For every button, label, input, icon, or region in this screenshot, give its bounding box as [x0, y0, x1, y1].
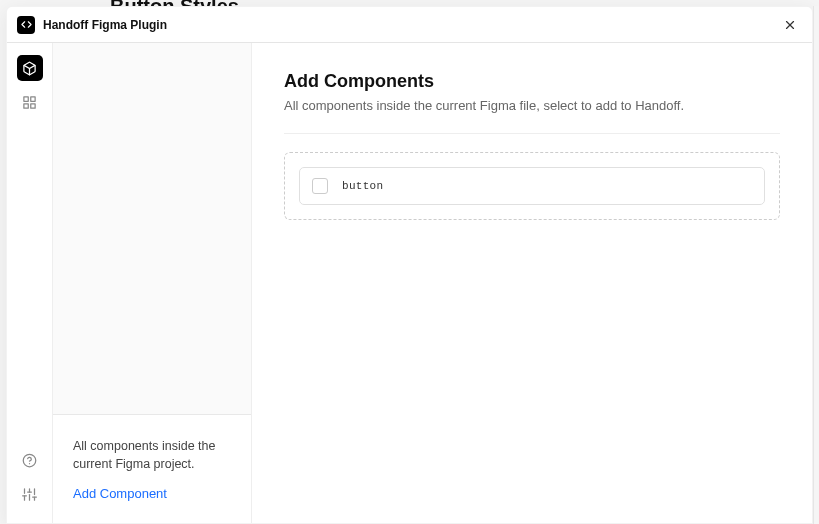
- component-item-button[interactable]: button: [299, 167, 765, 205]
- svg-rect-4: [31, 96, 35, 100]
- add-component-link[interactable]: Add Component: [73, 486, 231, 501]
- close-button[interactable]: [778, 13, 802, 37]
- secondary-panel: All components inside the current Figma …: [52, 43, 252, 523]
- secondary-footer: All components inside the current Figma …: [53, 414, 251, 524]
- plugin-window: Handoff Figma Plugin: [6, 6, 813, 524]
- svg-rect-6: [24, 103, 28, 107]
- main-content: Add Components All components inside the…: [252, 43, 812, 523]
- plugin-logo-icon: [17, 16, 35, 34]
- secondary-footer-description: All components inside the current Figma …: [73, 437, 231, 475]
- nav-item-grid[interactable]: [17, 89, 43, 115]
- plugin-body: All components inside the current Figma …: [7, 43, 812, 523]
- page-subtitle: All components inside the current Figma …: [284, 98, 780, 113]
- page-title: Add Components: [284, 71, 780, 92]
- component-label: button: [342, 180, 383, 192]
- plugin-title: Handoff Figma Plugin: [43, 18, 778, 32]
- nav-item-help[interactable]: [17, 447, 43, 473]
- nav-item-settings[interactable]: [17, 481, 43, 507]
- component-checkbox[interactable]: [312, 178, 328, 194]
- titlebar: Handoff Figma Plugin: [7, 7, 812, 43]
- svg-rect-3: [24, 96, 28, 100]
- divider: [284, 133, 780, 134]
- svg-rect-5: [31, 103, 35, 107]
- nav-item-package[interactable]: [17, 55, 43, 81]
- component-group: button: [284, 152, 780, 220]
- nav-rail: [7, 43, 52, 523]
- right-panel-edge: [813, 6, 819, 524]
